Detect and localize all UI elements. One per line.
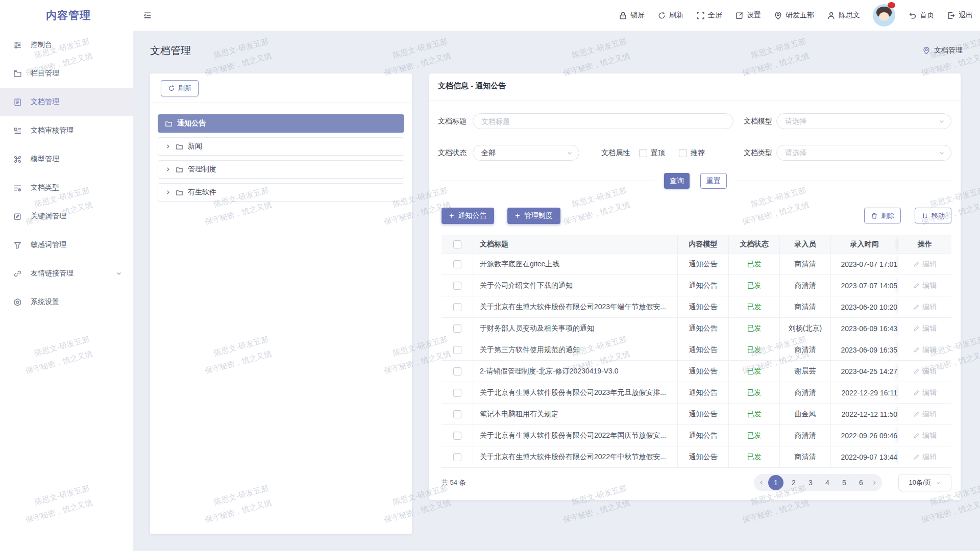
fullscreen-button[interactable]: 全屏 [696, 11, 722, 20]
edit-button[interactable]: 编辑 [913, 367, 937, 376]
row-checkbox[interactable] [442, 318, 473, 339]
page-number-button[interactable]: 3 [804, 476, 817, 489]
sidebar-item-doc-types[interactable]: 文档类型 [0, 173, 133, 202]
add-rule-button[interactable]: + 管理制度 [507, 208, 560, 224]
doc-actions-cell: 编辑 [898, 339, 951, 360]
select-all-checkbox[interactable] [442, 235, 473, 253]
user-menu[interactable]: 陈思文 [827, 11, 860, 20]
row-checkbox[interactable] [442, 296, 473, 317]
edit-button[interactable]: 编辑 [913, 388, 937, 397]
row-checkbox[interactable] [442, 382, 473, 403]
prev-page-button[interactable] [758, 480, 765, 486]
checkbox-box[interactable] [453, 389, 461, 397]
page-number-button[interactable]: 4 [821, 476, 834, 489]
table-row: 关于北京有生博大软件股份有限公司2023年元旦放假安排... 通知公告 已发 商… [442, 382, 951, 404]
sidebar-item-keywords[interactable]: 关键词管理 [0, 202, 133, 231]
main-content: 文档管理 文档管理 刷新 通知公告 新闻 管理制度 [133, 31, 980, 551]
checkbox-box[interactable] [453, 453, 461, 461]
pinned-checkbox[interactable]: 置顶 [639, 145, 665, 161]
reset-button[interactable]: 重置 [700, 173, 727, 189]
edit-button[interactable]: 编辑 [913, 324, 937, 333]
sidebar-collapse-button[interactable] [143, 11, 152, 20]
sidebar-item-models[interactable]: 模型管理 [0, 145, 133, 173]
search-button[interactable]: 查询 [664, 173, 690, 189]
row-checkbox[interactable] [442, 275, 473, 296]
checkbox-box[interactable] [453, 346, 461, 354]
page-number-button[interactable]: 2 [787, 476, 800, 489]
edit-label: 编辑 [922, 410, 937, 419]
add-notice-button[interactable]: + 通知公告 [442, 208, 494, 224]
chevron-right-icon[interactable] [165, 166, 171, 172]
doc-type-select[interactable]: 请选择 [776, 145, 951, 161]
recommended-checkbox[interactable]: 推荐 [679, 145, 705, 161]
checkbox-box[interactable] [453, 410, 461, 418]
user-avatar[interactable] [873, 4, 895, 27]
doc-actions-cell: 编辑 [898, 446, 951, 467]
doc-author-cell: 商清清 [780, 254, 831, 274]
avatar-bow [888, 2, 895, 8]
chevron-right-icon[interactable] [165, 143, 171, 149]
checkbox-box[interactable] [679, 149, 687, 157]
doc-status-cell: 已发 [729, 339, 780, 360]
edit-button[interactable]: 编辑 [913, 345, 937, 355]
doc-title-cell: 笔记本电脑租用有关规定 [473, 404, 678, 424]
sidebar-item-documents[interactable]: 文档管理 [0, 88, 133, 116]
edit-button[interactable]: 编辑 [913, 303, 937, 312]
tree-refresh-button[interactable]: 刷新 [161, 80, 199, 96]
checkbox-box[interactable] [453, 367, 461, 375]
status-published: 已发 [747, 260, 762, 269]
edit-button[interactable]: 编辑 [913, 281, 937, 290]
fullscreen-icon [696, 11, 705, 20]
page-size-select[interactable]: 10条/页 [898, 474, 951, 491]
move-button[interactable]: 移动 [915, 208, 951, 223]
checkbox-box[interactable] [453, 282, 461, 290]
sidebar-item-friend-links[interactable]: 友情链接管理 [0, 259, 133, 288]
settings-button[interactable]: 设置 [735, 11, 761, 20]
checkbox-box[interactable] [453, 432, 461, 440]
checkbox-box[interactable] [639, 149, 647, 157]
doc-model-select[interactable]: 请选择 [776, 113, 951, 129]
row-checkbox[interactable] [442, 425, 473, 446]
add-notice-label: 通知公告 [458, 211, 486, 220]
doc-title-input[interactable] [473, 113, 733, 129]
checkbox-box[interactable] [453, 303, 461, 311]
tree-node-news[interactable]: 新闻 [158, 137, 404, 156]
page-number-button[interactable]: 6 [854, 476, 868, 489]
edit-button[interactable]: 编辑 [913, 410, 937, 419]
sidebar-item-system-settings[interactable]: 系统设置 [0, 288, 133, 316]
edit-button[interactable]: 编辑 [913, 431, 937, 440]
checkbox-box[interactable] [453, 324, 461, 333]
doc-model-cell: 通知公告 [678, 425, 729, 446]
sidebar-item-columns[interactable]: 栏目管理 [0, 59, 133, 88]
lock-screen-button[interactable]: 锁屏 [619, 11, 645, 20]
row-checkbox[interactable] [442, 254, 473, 274]
next-page-button[interactable] [871, 480, 877, 486]
tree-node-yousheng-software[interactable]: 有生软件 [158, 183, 404, 202]
logout-button[interactable]: 退出 [947, 11, 973, 20]
checkbox-box[interactable] [453, 240, 461, 248]
home-button[interactable]: 首页 [908, 11, 934, 20]
page-number-button[interactable]: 1 [768, 475, 783, 490]
chevron-right-icon[interactable] [165, 189, 171, 195]
refresh-button[interactable]: 刷新 [657, 11, 683, 20]
total-count-label: 共 54 条 [442, 474, 466, 491]
department-button[interactable]: 研发五部 [774, 11, 814, 20]
row-checkbox[interactable] [442, 404, 473, 424]
tree-node-rules[interactable]: 管理制度 [158, 160, 404, 179]
row-checkbox[interactable] [442, 446, 473, 467]
status-published: 已发 [747, 367, 762, 376]
doc-status-select[interactable]: 全部 [473, 145, 579, 161]
row-checkbox[interactable] [442, 361, 473, 382]
sidebar-item-doc-audit[interactable]: 文档审核管理 [0, 116, 133, 145]
sidebar-item-sensitive-words[interactable]: 敏感词管理 [0, 231, 133, 259]
edit-button[interactable]: 编辑 [913, 260, 937, 269]
checkbox-box[interactable] [453, 260, 461, 268]
tree-node-notice[interactable]: 通知公告 [158, 114, 404, 133]
row-checkbox[interactable] [442, 339, 473, 360]
panel-title: 文档信息 - 通知公告 [438, 81, 506, 91]
sidebar-item-console[interactable]: 控制台 [0, 31, 133, 59]
page-number-button[interactable]: 5 [838, 476, 851, 489]
edit-button[interactable]: 编辑 [913, 453, 937, 462]
delete-button[interactable]: 删除 [864, 208, 901, 223]
column-header-time: 录入时间 [831, 235, 898, 253]
